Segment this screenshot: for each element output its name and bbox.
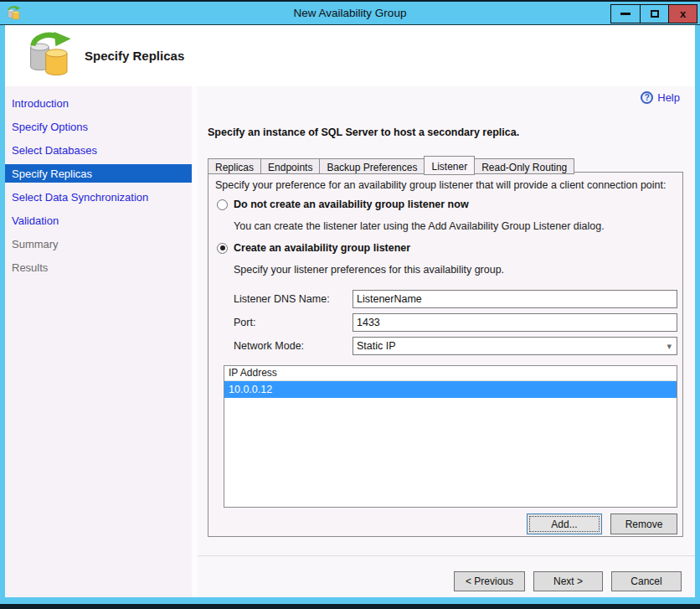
- tab-strip: Replicas Endpoints Backup Preferences Li…: [208, 156, 574, 174]
- sidebar-divider: [192, 86, 198, 597]
- titlebar[interactable]: New Availability Group x: [0, 2, 700, 25]
- dns-name-input[interactable]: [353, 290, 677, 308]
- minimize-icon: [620, 13, 631, 15]
- sidebar-item-summary: Summary: [5, 232, 192, 255]
- tab-read-only-routing[interactable]: Read-Only Routing: [474, 158, 574, 174]
- sidebar-item-specify-options[interactable]: Specify Options: [5, 115, 192, 138]
- no-listener-radio[interactable]: [217, 199, 228, 210]
- tab-replicas[interactable]: Replicas: [208, 158, 261, 174]
- close-icon: x: [680, 8, 686, 20]
- sidebar-item-results: Results: [5, 255, 192, 279]
- wizard-steps-sidebar: Introduction Specify Options Select Data…: [5, 86, 192, 597]
- close-button[interactable]: x: [668, 5, 697, 23]
- window-title: New Availability Group: [0, 2, 700, 25]
- sidebar-item-introduction[interactable]: Introduction: [5, 91, 192, 115]
- window-controls: x: [610, 4, 697, 23]
- sidebar-item-validation[interactable]: Validation: [5, 209, 192, 232]
- create-listener-radio[interactable]: [217, 243, 228, 254]
- maximize-button[interactable]: [640, 5, 668, 23]
- ip-address-list[interactable]: IP Address 10.0.0.12: [224, 365, 677, 508]
- option-no-listener[interactable]: Do not create an availability group list…: [217, 199, 469, 210]
- page-title: Specify Replicas: [85, 49, 184, 63]
- network-mode-label: Network Mode:: [234, 340, 304, 352]
- sidebar-item-select-databases[interactable]: Select Databases: [5, 138, 192, 162]
- previous-button[interactable]: < Previous: [454, 571, 525, 591]
- sidebar-item-specify-replicas[interactable]: Specify Replicas: [5, 164, 192, 183]
- create-listener-description: Specify your listener preferences for th…: [234, 264, 504, 276]
- tab-backup-preferences[interactable]: Backup Preferences: [319, 158, 425, 174]
- no-listener-label: Do not create an availability group list…: [234, 199, 469, 210]
- main-pane: ? Help Specify an instance of SQL Server…: [198, 86, 695, 597]
- tab-listener[interactable]: Listener: [424, 156, 475, 175]
- help-icon: ?: [641, 91, 653, 104]
- next-button[interactable]: Next >: [533, 571, 603, 591]
- chevron-down-icon: ▾: [667, 341, 672, 352]
- remove-button[interactable]: Remove: [610, 514, 677, 534]
- ip-address-column-header[interactable]: IP Address: [224, 366, 677, 381]
- new-availability-group-window: New Availability Group x Specify Replica…: [0, 0, 700, 609]
- create-listener-label: Create an availability group listener: [234, 242, 410, 254]
- replicas-database-icon: [27, 32, 75, 80]
- port-label: Port:: [234, 317, 255, 328]
- dns-name-label: Listener DNS Name:: [234, 293, 330, 305]
- instructions-heading: Specify an instance of SQL Server to hos…: [208, 126, 519, 138]
- network-mode-select[interactable]: Static IP ▾: [353, 337, 677, 355]
- cancel-button[interactable]: Cancel: [611, 571, 682, 591]
- wizard-header: Specify Replicas: [5, 25, 695, 86]
- help-label: Help: [657, 91, 680, 104]
- option-create-listener[interactable]: Create an availability group listener: [217, 242, 410, 254]
- maximize-icon: [651, 10, 659, 18]
- no-listener-description: You can create the listener later using …: [234, 220, 605, 232]
- port-input[interactable]: [353, 313, 677, 332]
- network-mode-value: Static IP: [357, 340, 396, 352]
- help-link[interactable]: ? Help: [641, 91, 680, 104]
- client-area: Specify Replicas Introduction Specify Op…: [5, 25, 695, 597]
- minimize-button[interactable]: [611, 5, 640, 23]
- sidebar-item-select-data-synchronization[interactable]: Select Data Synchronization: [5, 185, 192, 209]
- listener-intro-text: Specify your preference for an availabil…: [215, 179, 667, 191]
- footer-divider: [198, 555, 695, 556]
- ip-address-row[interactable]: 10.0.0.12: [224, 381, 677, 398]
- tab-endpoints[interactable]: Endpoints: [260, 158, 320, 174]
- listener-tab-page: Specify your preference for an availabil…: [208, 172, 683, 537]
- add-button[interactable]: Add...: [527, 514, 602, 534]
